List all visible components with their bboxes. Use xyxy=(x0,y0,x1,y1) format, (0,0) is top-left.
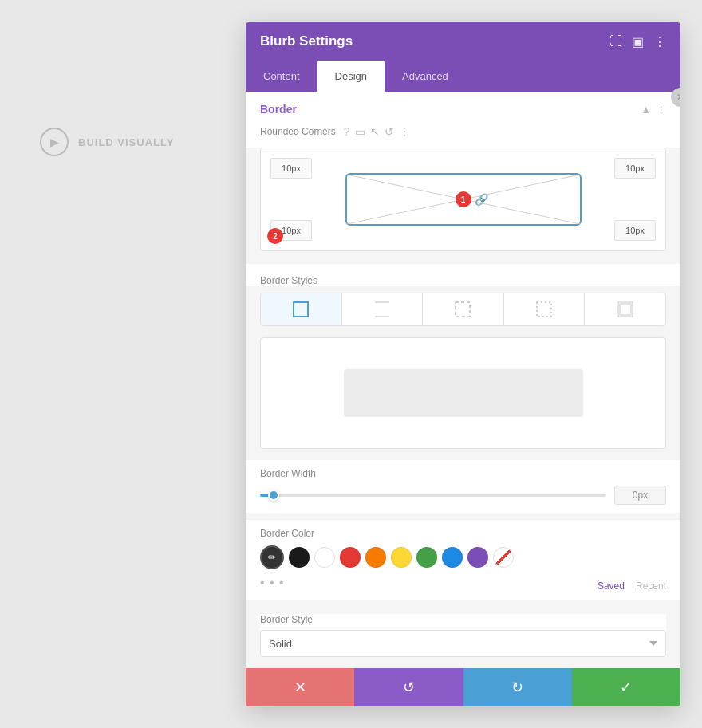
border-width-label: Border Width xyxy=(260,468,666,479)
rc-help-icon[interactable]: ? xyxy=(344,125,350,138)
border-color-section: Border Color ✏ • • • Saved Recent xyxy=(246,519,680,600)
border-style-solid[interactable] xyxy=(261,293,342,325)
border-section: Border ▲ ⋮ Rounded Corners ? ▭ ↖ ↺ ⋮ xyxy=(246,92,680,148)
corner-top-right[interactable]: 10px xyxy=(614,158,656,179)
slider-track[interactable] xyxy=(260,494,606,497)
save-button[interactable]: ✓ xyxy=(572,668,680,706)
panel-footer: ✕ ↺ ↻ ✓ xyxy=(246,668,680,706)
swatch-clear[interactable] xyxy=(493,547,514,568)
svg-rect-4 xyxy=(456,302,470,317)
badge-2: 2 xyxy=(267,228,283,244)
split-view-icon[interactable]: ▣ xyxy=(632,34,644,49)
link-icon[interactable]: 🔗 xyxy=(475,193,488,206)
tab-content[interactable]: Content xyxy=(246,61,317,92)
color-picker-button[interactable]: ✏ xyxy=(260,545,284,569)
swatch-black[interactable] xyxy=(289,547,310,568)
svg-rect-6 xyxy=(618,302,633,317)
section-controls: ▲ ⋮ xyxy=(641,104,666,116)
more-options-icon[interactable]: ⋮ xyxy=(653,34,666,49)
tab-design[interactable]: Design xyxy=(317,61,385,92)
svg-rect-5 xyxy=(537,302,551,317)
rc-more-icon[interactable]: ⋮ xyxy=(399,125,410,138)
panel-title: Blurb Settings xyxy=(260,33,353,49)
swatch-white[interactable] xyxy=(314,547,335,568)
svg-rect-2 xyxy=(294,302,308,317)
cancel-button[interactable]: ✕ xyxy=(246,668,354,706)
play-icon: ▶ xyxy=(40,128,69,156)
border-style-dashed[interactable] xyxy=(423,293,504,325)
color-swatches: ✏ xyxy=(260,545,666,569)
border-styles-section: Border Styles xyxy=(246,264,680,286)
slider-row: 0px xyxy=(260,486,666,505)
rounded-corners-row: Rounded Corners ? ▭ ↖ ↺ ⋮ xyxy=(260,125,666,148)
tabs-bar: Content Design Advanced xyxy=(246,61,680,92)
border-style-label: Border Style xyxy=(260,614,666,625)
border-styles-options xyxy=(260,293,666,326)
corner-container: 10px 10px 10px 10px 2 1 🔗 xyxy=(260,148,666,251)
inner-preview-box: 1 🔗 xyxy=(345,173,582,226)
slider-thumb[interactable] xyxy=(268,490,279,501)
collapse-icon[interactable]: ▲ xyxy=(641,104,651,116)
corner-bottom-right[interactable]: 10px xyxy=(614,220,656,241)
build-visually-label: BUILD VISUALLY xyxy=(78,136,174,148)
swatch-orange[interactable] xyxy=(365,547,386,568)
badge-1: 1 xyxy=(456,191,471,207)
slider-value[interactable]: 0px xyxy=(614,486,666,505)
border-style-select[interactable]: Solid Dashed Dotted Double None xyxy=(260,630,666,657)
border-color-label: Border Color xyxy=(260,528,666,539)
redo-button[interactable]: ↻ xyxy=(463,668,572,706)
border-style-dotted[interactable] xyxy=(504,293,586,325)
fullscreen-icon[interactable]: ⛶ xyxy=(609,34,622,49)
svg-rect-3 xyxy=(375,302,389,317)
tab-advanced[interactable]: Advanced xyxy=(385,61,466,92)
blurb-settings-panel: Blurb Settings ⛶ ▣ ⋮ Content Design Adva… xyxy=(246,22,680,706)
svg-rect-7 xyxy=(620,304,631,315)
corner-top-left[interactable]: 10px xyxy=(270,158,312,179)
section-title: Border xyxy=(260,103,297,116)
rc-desktop-icon[interactable]: ▭ xyxy=(355,125,365,138)
section-header: Border ▲ ⋮ xyxy=(260,103,666,125)
border-style-none[interactable] xyxy=(342,293,424,325)
color-tab-saved[interactable]: Saved xyxy=(597,580,625,592)
more-swatches-icon[interactable]: • • • xyxy=(260,576,285,590)
color-tabs: Saved Recent xyxy=(597,580,666,592)
build-visually-hint: ▶ BUILD VISUALLY xyxy=(40,128,174,156)
divider2 xyxy=(246,600,680,606)
swatch-green[interactable] xyxy=(416,547,437,568)
swatch-blue[interactable] xyxy=(442,547,463,568)
panel-header: Blurb Settings ⛶ ▣ ⋮ xyxy=(246,22,680,61)
border-styles-label: Border Styles xyxy=(260,275,666,286)
swatch-red[interactable] xyxy=(340,547,361,568)
divider xyxy=(246,513,680,519)
swatch-yellow[interactable] xyxy=(391,547,412,568)
color-tab-recent[interactable]: Recent xyxy=(636,580,666,592)
header-icons: ⛶ ▣ ⋮ xyxy=(609,34,666,49)
rounded-corners-label: Rounded Corners xyxy=(260,126,336,137)
border-width-row: Border Width 0px xyxy=(246,460,680,513)
reset-button[interactable]: ↺ xyxy=(354,668,463,706)
preview-area xyxy=(260,337,666,449)
border-style-double[interactable] xyxy=(585,293,665,325)
section-more-icon[interactable]: ⋮ xyxy=(656,104,666,116)
panel-body: Border ▲ ⋮ Rounded Corners ? ▭ ↖ ↺ ⋮ xyxy=(246,92,680,706)
rc-cursor-icon[interactable]: ↖ xyxy=(370,125,380,138)
border-style-dropdown-section: Border Style Solid Dashed Dotted Double … xyxy=(260,614,666,657)
eyedropper-icon: ✏ xyxy=(268,552,276,563)
preview-inner-box xyxy=(344,369,583,417)
rc-icons: ? ▭ ↖ ↺ ⋮ xyxy=(344,125,410,138)
rc-reset-icon[interactable]: ↺ xyxy=(385,125,394,138)
swatch-purple[interactable] xyxy=(467,547,488,568)
